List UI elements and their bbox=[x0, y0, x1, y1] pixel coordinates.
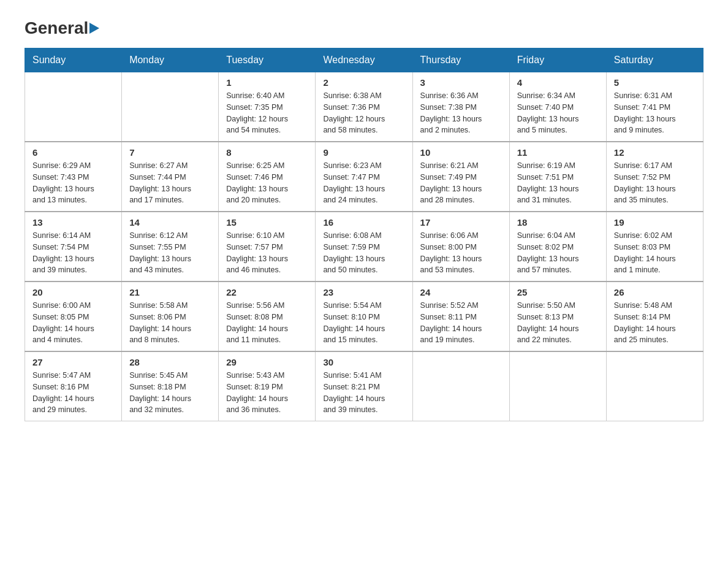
day-info: Sunrise: 6:04 AMSunset: 8:02 PMDaylight:… bbox=[517, 230, 599, 276]
day-number: 13 bbox=[32, 217, 114, 228]
day-info: Sunrise: 5:52 AMSunset: 8:11 PMDaylight:… bbox=[420, 300, 502, 346]
week-row-1: 6Sunrise: 6:29 AMSunset: 7:43 PMDaylight… bbox=[25, 142, 703, 212]
calendar-cell: 1Sunrise: 6:40 AMSunset: 7:35 PMDaylight… bbox=[219, 72, 316, 142]
day-info: Sunrise: 6:31 AMSunset: 7:41 PMDaylight:… bbox=[614, 90, 696, 136]
calendar-cell: 16Sunrise: 6:08 AMSunset: 7:59 PMDayligh… bbox=[316, 212, 412, 282]
weekday-header-monday: Monday bbox=[122, 48, 219, 72]
calendar-cell: 28Sunrise: 5:45 AMSunset: 8:18 PMDayligh… bbox=[122, 351, 219, 421]
svg-marker-0 bbox=[89, 23, 99, 34]
day-info: Sunrise: 6:19 AMSunset: 7:51 PMDaylight:… bbox=[517, 160, 599, 206]
calendar-cell: 22Sunrise: 5:56 AMSunset: 8:08 PMDayligh… bbox=[219, 282, 316, 351]
day-info: Sunrise: 6:23 AMSunset: 7:47 PMDaylight:… bbox=[323, 160, 404, 206]
day-number: 28 bbox=[129, 357, 211, 367]
day-info: Sunrise: 6:36 AMSunset: 7:38 PMDaylight:… bbox=[420, 90, 502, 136]
day-info: Sunrise: 5:58 AMSunset: 8:06 PMDaylight:… bbox=[129, 300, 211, 346]
weekday-header-tuesday: Tuesday bbox=[219, 48, 316, 72]
weekday-header-saturday: Saturday bbox=[606, 48, 703, 72]
calendar-cell: 19Sunrise: 6:02 AMSunset: 8:03 PMDayligh… bbox=[606, 212, 703, 282]
day-info: Sunrise: 6:34 AMSunset: 7:40 PMDaylight:… bbox=[517, 90, 599, 136]
day-info: Sunrise: 6:21 AMSunset: 7:49 PMDaylight:… bbox=[420, 160, 502, 206]
calendar-cell bbox=[25, 72, 122, 142]
day-number: 18 bbox=[517, 217, 599, 228]
day-info: Sunrise: 5:47 AMSunset: 8:16 PMDaylight:… bbox=[32, 370, 114, 416]
day-number: 26 bbox=[614, 287, 696, 297]
day-number: 3 bbox=[420, 77, 502, 88]
calendar-cell: 23Sunrise: 5:54 AMSunset: 8:10 PMDayligh… bbox=[316, 282, 412, 351]
day-number: 5 bbox=[614, 77, 696, 88]
logo-triangle-icon bbox=[89, 21, 99, 35]
logo-general-text: General bbox=[25, 18, 88, 38]
day-info: Sunrise: 6:02 AMSunset: 8:03 PMDaylight:… bbox=[614, 230, 696, 276]
day-number: 15 bbox=[226, 217, 308, 228]
day-info: Sunrise: 5:56 AMSunset: 8:08 PMDaylight:… bbox=[226, 300, 308, 346]
calendar-cell: 11Sunrise: 6:19 AMSunset: 7:51 PMDayligh… bbox=[509, 142, 606, 212]
week-row-3: 20Sunrise: 6:00 AMSunset: 8:05 PMDayligh… bbox=[25, 282, 703, 351]
day-info: Sunrise: 5:50 AMSunset: 8:13 PMDaylight:… bbox=[517, 300, 599, 346]
weekday-header-thursday: Thursday bbox=[412, 48, 509, 72]
day-info: Sunrise: 6:25 AMSunset: 7:46 PMDaylight:… bbox=[226, 160, 308, 206]
calendar-cell: 12Sunrise: 6:17 AMSunset: 7:52 PMDayligh… bbox=[606, 142, 703, 212]
day-info: Sunrise: 6:00 AMSunset: 8:05 PMDaylight:… bbox=[32, 300, 114, 346]
day-info: Sunrise: 5:43 AMSunset: 8:19 PMDaylight:… bbox=[226, 370, 308, 416]
calendar-cell: 6Sunrise: 6:29 AMSunset: 7:43 PMDaylight… bbox=[25, 142, 122, 212]
day-number: 29 bbox=[226, 357, 308, 367]
calendar-cell: 20Sunrise: 6:00 AMSunset: 8:05 PMDayligh… bbox=[25, 282, 122, 351]
calendar-cell: 8Sunrise: 6:25 AMSunset: 7:46 PMDaylight… bbox=[219, 142, 316, 212]
day-number: 12 bbox=[614, 147, 696, 158]
calendar-cell: 7Sunrise: 6:27 AMSunset: 7:44 PMDaylight… bbox=[122, 142, 219, 212]
calendar-cell: 5Sunrise: 6:31 AMSunset: 7:41 PMDaylight… bbox=[606, 72, 703, 142]
day-number: 1 bbox=[226, 77, 308, 88]
day-number: 11 bbox=[517, 147, 599, 158]
day-number: 20 bbox=[32, 287, 114, 297]
day-number: 10 bbox=[420, 147, 502, 158]
calendar-cell: 3Sunrise: 6:36 AMSunset: 7:38 PMDaylight… bbox=[412, 72, 509, 142]
page-header: General bbox=[25, 18, 703, 36]
day-info: Sunrise: 6:08 AMSunset: 7:59 PMDaylight:… bbox=[323, 230, 404, 276]
day-info: Sunrise: 5:41 AMSunset: 8:21 PMDaylight:… bbox=[323, 370, 404, 416]
calendar-cell: 13Sunrise: 6:14 AMSunset: 7:54 PMDayligh… bbox=[25, 212, 122, 282]
day-info: Sunrise: 6:17 AMSunset: 7:52 PMDaylight:… bbox=[614, 160, 696, 206]
calendar-cell: 15Sunrise: 6:10 AMSunset: 7:57 PMDayligh… bbox=[219, 212, 316, 282]
calendar-table: SundayMondayTuesdayWednesdayThursdayFrid… bbox=[25, 48, 703, 421]
day-number: 19 bbox=[614, 217, 696, 228]
day-number: 14 bbox=[129, 217, 211, 228]
calendar-cell bbox=[606, 351, 703, 421]
day-number: 21 bbox=[129, 287, 211, 297]
calendar-cell bbox=[412, 351, 509, 421]
day-number: 6 bbox=[32, 147, 114, 158]
weekday-header-wednesday: Wednesday bbox=[316, 48, 412, 72]
day-number: 2 bbox=[323, 77, 404, 88]
day-number: 25 bbox=[517, 287, 599, 297]
day-number: 30 bbox=[323, 357, 404, 367]
day-number: 9 bbox=[323, 147, 404, 158]
day-info: Sunrise: 5:54 AMSunset: 8:10 PMDaylight:… bbox=[323, 300, 404, 346]
weekday-header-sunday: Sunday bbox=[25, 48, 122, 72]
calendar-cell bbox=[122, 72, 219, 142]
calendar-cell: 30Sunrise: 5:41 AMSunset: 8:21 PMDayligh… bbox=[316, 351, 412, 421]
weekday-header-row: SundayMondayTuesdayWednesdayThursdayFrid… bbox=[25, 48, 703, 72]
day-info: Sunrise: 6:38 AMSunset: 7:36 PMDaylight:… bbox=[323, 90, 404, 136]
day-number: 22 bbox=[226, 287, 308, 297]
calendar-cell: 9Sunrise: 6:23 AMSunset: 7:47 PMDaylight… bbox=[316, 142, 412, 212]
logo: General bbox=[25, 18, 99, 36]
day-info: Sunrise: 6:14 AMSunset: 7:54 PMDaylight:… bbox=[32, 230, 114, 276]
day-info: Sunrise: 5:48 AMSunset: 8:14 PMDaylight:… bbox=[614, 300, 696, 346]
day-info: Sunrise: 6:06 AMSunset: 8:00 PMDaylight:… bbox=[420, 230, 502, 276]
week-row-4: 27Sunrise: 5:47 AMSunset: 8:16 PMDayligh… bbox=[25, 351, 703, 421]
calendar-cell: 18Sunrise: 6:04 AMSunset: 8:02 PMDayligh… bbox=[509, 212, 606, 282]
day-info: Sunrise: 6:12 AMSunset: 7:55 PMDaylight:… bbox=[129, 230, 211, 276]
calendar-cell: 4Sunrise: 6:34 AMSunset: 7:40 PMDaylight… bbox=[509, 72, 606, 142]
day-number: 16 bbox=[323, 217, 404, 228]
day-number: 7 bbox=[129, 147, 211, 158]
calendar-cell: 10Sunrise: 6:21 AMSunset: 7:49 PMDayligh… bbox=[412, 142, 509, 212]
calendar-cell: 24Sunrise: 5:52 AMSunset: 8:11 PMDayligh… bbox=[412, 282, 509, 351]
day-info: Sunrise: 6:10 AMSunset: 7:57 PMDaylight:… bbox=[226, 230, 308, 276]
calendar-cell: 25Sunrise: 5:50 AMSunset: 8:13 PMDayligh… bbox=[509, 282, 606, 351]
week-row-0: 1Sunrise: 6:40 AMSunset: 7:35 PMDaylight… bbox=[25, 72, 703, 142]
calendar-cell: 17Sunrise: 6:06 AMSunset: 8:00 PMDayligh… bbox=[412, 212, 509, 282]
day-number: 24 bbox=[420, 287, 502, 297]
calendar-cell bbox=[509, 351, 606, 421]
calendar-cell: 29Sunrise: 5:43 AMSunset: 8:19 PMDayligh… bbox=[219, 351, 316, 421]
weekday-header-friday: Friday bbox=[509, 48, 606, 72]
day-number: 27 bbox=[32, 357, 114, 367]
